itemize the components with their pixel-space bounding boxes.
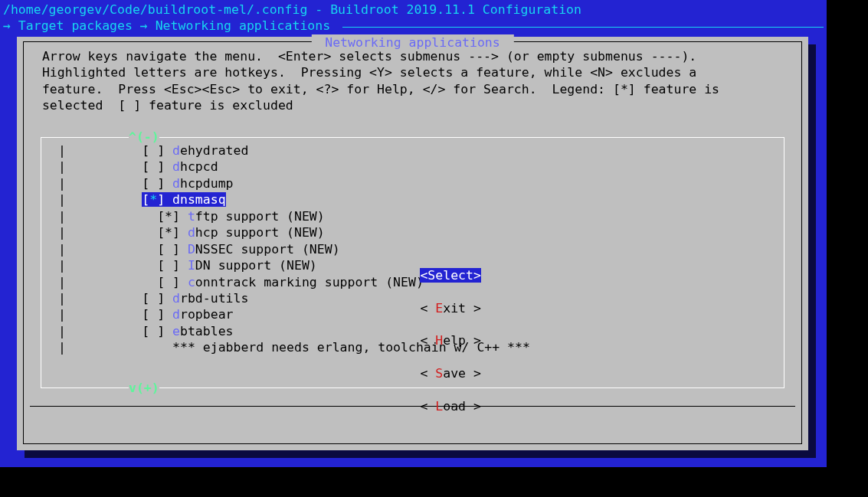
hotkey: d <box>172 143 180 158</box>
menu-item-3[interactable]: | [*] dnsmasq <box>41 191 784 208</box>
menu-item-1[interactable]: | [ ] dhcpcd <box>41 159 784 175</box>
screen: /home/georgev/Code/buildroot-mel/.config… <box>0 0 868 497</box>
dialog-border: Networking applications Arrow keys navig… <box>23 41 802 444</box>
scroll-up-indicator[interactable]: ^(-) <box>129 129 159 145</box>
breadcrumb-rule <box>342 27 824 28</box>
exit-button[interactable]: < Exit > <box>420 301 480 316</box>
load-button[interactable]: < Load > <box>420 399 480 414</box>
menu-item-highlight: [*] dnsmasq <box>142 192 225 207</box>
breadcrumb: → Target packages → Networking applicati… <box>0 18 827 34</box>
dialog-title: Networking applications <box>311 34 513 51</box>
save-button[interactable]: < Save > <box>420 366 480 381</box>
window-title: /home/georgev/Code/buildroot-mel/.config… <box>0 0 827 18</box>
button-row: <Select> < Exit > < Help > < Save > < Lo… <box>24 234 801 431</box>
hotkey: t <box>188 209 195 224</box>
hotkey: d <box>172 159 180 174</box>
menu-item-4[interactable]: | [*] tftp support (NEW) <box>41 208 784 224</box>
terminal: /home/georgev/Code/buildroot-mel/.config… <box>0 0 827 467</box>
help-text: Arrow keys navigate the menu. <Enter> se… <box>24 42 801 117</box>
hotkey: d <box>172 176 180 191</box>
select-button[interactable]: <Select> <box>420 268 480 283</box>
help-button[interactable]: < Help > <box>420 333 480 348</box>
breadcrumb-text: → Target packages → Networking applicati… <box>3 18 338 34</box>
menu-item-2[interactable]: | [ ] dhcpdump <box>41 175 784 191</box>
dialog: Networking applications Arrow keys navig… <box>17 37 808 450</box>
